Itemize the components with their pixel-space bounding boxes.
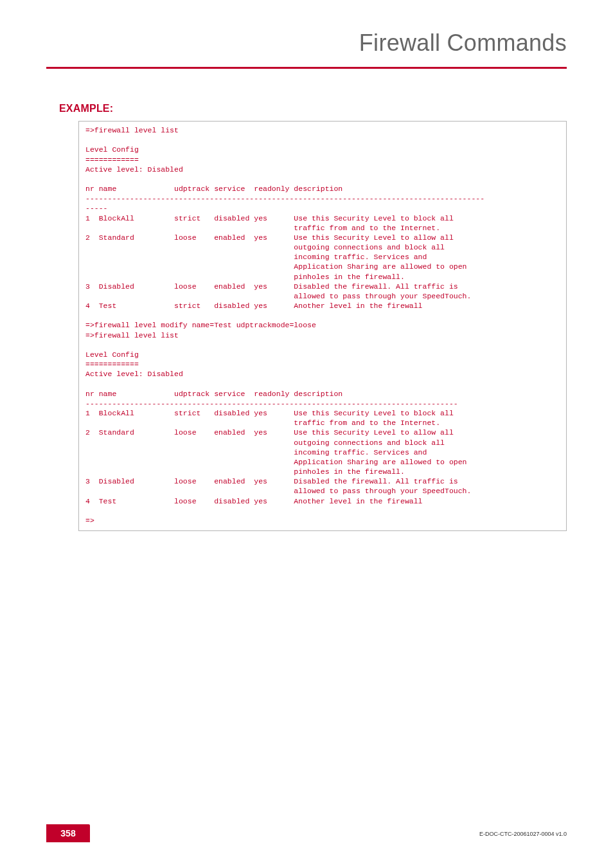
footer-doc-id: E-DOC-CTC-20061027-0004 v1.0 [479,831,567,837]
page: Firewall Commands EXAMPLE: =>firewall le… [0,0,613,868]
page-number: 358 [46,824,90,842]
header-rule [46,67,567,69]
code-content: =>firewall level list Level Config =====… [85,125,560,525]
section-label-example: EXAMPLE: [59,103,113,114]
page-title: Firewall Commands [359,30,567,57]
code-block: =>firewall level list Level Config =====… [78,121,567,531]
